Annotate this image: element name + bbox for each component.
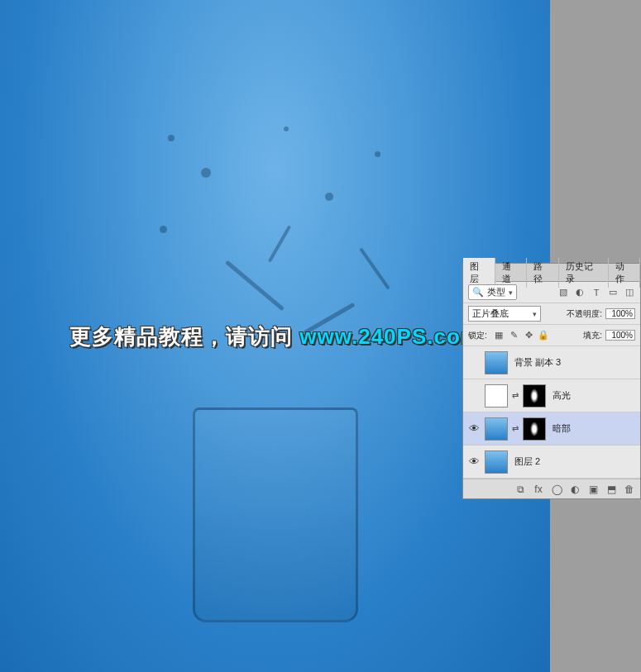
fx-icon[interactable]: fx xyxy=(533,484,544,495)
visibility-toggle[interactable]: 👁 xyxy=(466,422,481,435)
kind-label: 类型 xyxy=(487,286,505,298)
tab-layers[interactable]: 图层 xyxy=(463,258,495,288)
lock-move-icon[interactable]: ✥ xyxy=(524,330,534,341)
layer-name-label[interactable]: 高光 xyxy=(553,389,571,402)
mask-thumbnail[interactable] xyxy=(523,417,546,441)
link-layers-icon[interactable]: ⧉ xyxy=(514,484,526,495)
layer-item[interactable]: 背景 副本 3 xyxy=(463,346,640,379)
visibility-toggle[interactable]: 👁 xyxy=(466,455,481,468)
chevron-down-icon: ▾ xyxy=(509,288,513,297)
blend-row: 正片叠底 ▾ 不透明度: 100% xyxy=(463,303,640,325)
filter-icons: ▧ ◐ T ▭ ◫ xyxy=(557,287,635,298)
fill-label: 填充: xyxy=(583,330,602,341)
layer-name-label[interactable]: 背景 副本 3 xyxy=(514,356,561,369)
blend-mode-select[interactable]: 正片叠底 ▾ xyxy=(468,306,541,322)
filter-shape-icon[interactable]: ▭ xyxy=(607,287,619,298)
lock-brush-icon[interactable]: ✎ xyxy=(509,330,519,341)
tab-paths[interactable]: 路径 xyxy=(527,258,559,288)
lock-trans-icon[interactable]: ▦ xyxy=(494,330,505,341)
layer-thumbnail[interactable] xyxy=(485,384,508,407)
layer-thumbnail[interactable] xyxy=(485,417,508,441)
lock-row: 锁定: ▦ ✎ ✥ 🔒 填充: 100% xyxy=(463,325,640,346)
tab-channels[interactable]: 通道 xyxy=(495,258,528,288)
chevron-down-icon: ▾ xyxy=(533,310,537,318)
lock-label: 锁定: xyxy=(468,330,487,341)
kind-filter-select[interactable]: 🔍 类型 ▾ xyxy=(468,284,517,300)
mask-icon[interactable]: ◯ xyxy=(551,484,562,495)
trash-icon[interactable]: 🗑 xyxy=(624,484,635,495)
panel-footer: ⧉ fx ◯ ◐ ▣ ⬒ 🗑 xyxy=(463,479,640,498)
filter-text-icon[interactable]: T xyxy=(591,287,602,298)
mask-thumbnail[interactable] xyxy=(523,384,546,407)
layer-item[interactable]: 👁 图层 2 xyxy=(463,446,640,479)
watermark-url: www.240PS.com xyxy=(299,324,481,349)
layer-thumbnail[interactable] xyxy=(485,450,508,474)
layer-name-label[interactable]: 暗部 xyxy=(553,422,571,435)
layer-item[interactable]: 👁 ⇄ 暗部 xyxy=(463,412,640,446)
new-layer-icon[interactable]: ⬒ xyxy=(605,484,617,495)
opacity-input[interactable]: 100% xyxy=(605,308,635,319)
layer-list: 背景 副本 3 ⇄ 高光 👁 ⇄ 暗部 👁 图层 2 xyxy=(463,346,640,479)
search-icon: 🔍 xyxy=(472,287,484,298)
tab-actions[interactable]: 动作 xyxy=(609,258,641,288)
panel-tabs: 图层 通道 路径 历史记录 动作 xyxy=(463,264,640,282)
layers-panel: 图层 通道 路径 历史记录 动作 🔍 类型 ▾ ▧ ◐ T ▭ ◫ 正片叠底 ▾… xyxy=(462,263,641,499)
opacity-label: 不透明度: xyxy=(567,308,602,320)
water-splash xyxy=(118,118,433,465)
filter-image-icon[interactable]: ▧ xyxy=(557,287,569,298)
lock-icons: ▦ ✎ ✥ 🔒 xyxy=(494,330,549,341)
folder-icon[interactable]: ▣ xyxy=(587,484,599,495)
link-icon[interactable]: ⇄ xyxy=(511,424,519,433)
filter-smart-icon[interactable]: ◫ xyxy=(624,287,635,298)
filter-adjust-icon[interactable]: ◐ xyxy=(574,287,586,298)
layer-thumbnail[interactable] xyxy=(485,351,508,374)
link-icon[interactable]: ⇄ xyxy=(511,391,519,400)
layer-name-label[interactable]: 图层 2 xyxy=(514,455,540,468)
watermark-label: 更多精品教程，请访问 xyxy=(69,324,299,349)
lock-all-icon[interactable]: 🔒 xyxy=(538,330,549,341)
layer-item[interactable]: ⇄ 高光 xyxy=(463,379,640,412)
blend-mode-value: 正片叠底 xyxy=(472,307,509,320)
adjustment-icon[interactable]: ◐ xyxy=(569,484,581,495)
fill-input[interactable]: 100% xyxy=(605,330,635,341)
tab-history[interactable]: 历史记录 xyxy=(559,258,609,288)
